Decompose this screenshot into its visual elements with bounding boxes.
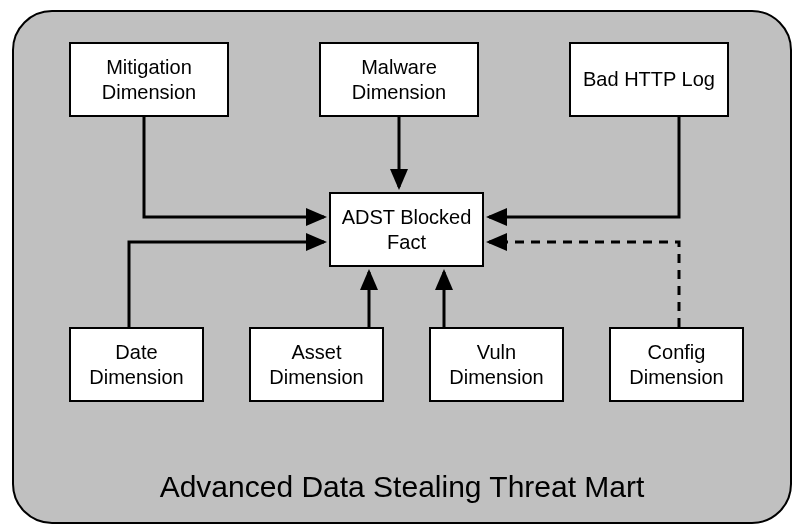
edge-badhttp-fact — [489, 117, 679, 217]
node-config: ConfigDimension — [609, 327, 744, 402]
node-label: MalwareDimension — [352, 55, 446, 105]
node-label: MitigationDimension — [102, 55, 196, 105]
diagram-canvas: MitigationDimension MalwareDimension Bad… — [12, 10, 792, 524]
node-asset: AssetDimension — [249, 327, 384, 402]
node-mitigation: MitigationDimension — [69, 42, 229, 117]
node-label: AssetDimension — [269, 340, 363, 390]
node-label: ADST BlockedFact — [342, 205, 472, 255]
edge-date-fact — [129, 242, 324, 327]
node-date: DateDimension — [69, 327, 204, 402]
node-badhttp: Bad HTTP Log — [569, 42, 729, 117]
node-vuln: VulnDimension — [429, 327, 564, 402]
node-label: DateDimension — [89, 340, 183, 390]
diagram-title: Advanced Data Stealing Threat Mart — [14, 470, 790, 504]
node-label: ConfigDimension — [629, 340, 723, 390]
node-fact: ADST BlockedFact — [329, 192, 484, 267]
node-malware: MalwareDimension — [319, 42, 479, 117]
node-label: Bad HTTP Log — [583, 67, 715, 92]
edge-mitigation-fact — [144, 117, 324, 217]
node-label: VulnDimension — [449, 340, 543, 390]
edge-config-fact — [489, 242, 679, 327]
